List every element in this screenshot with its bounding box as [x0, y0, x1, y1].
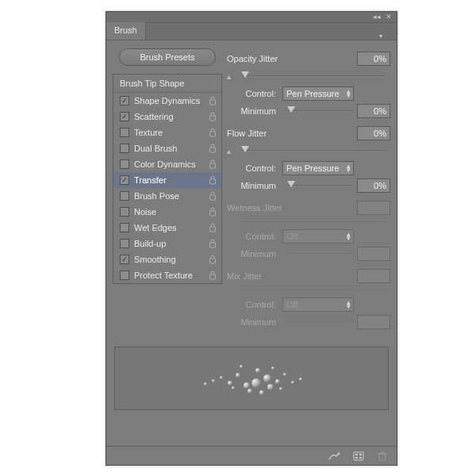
option-label: Shape Dynamics [134, 96, 209, 106]
toggle-brush-panel-icon[interactable] [328, 451, 341, 462]
option-checkbox[interactable] [120, 271, 129, 280]
lock-icon[interactable] [209, 223, 217, 232]
option-checkbox[interactable] [120, 112, 129, 121]
option-row-color-dynamics[interactable]: Color Dynamics [113, 156, 221, 172]
mix-jitter-value [357, 269, 390, 283]
collapse-icon[interactable]: ◂◂ [373, 13, 381, 21]
option-checkbox[interactable] [120, 223, 129, 232]
mix-jitter-slider [240, 285, 386, 296]
brush-presets-button[interactable]: Brush Presets [119, 48, 216, 66]
option-label: Brush Pose [134, 191, 209, 201]
brush-panel: ◂◂ ✕ Brush Brush Presets Brush Tip Shape… [106, 11, 397, 466]
opacity-jitter-value[interactable]: 0% [357, 52, 390, 66]
option-checkbox[interactable] [120, 128, 129, 137]
option-row-build-up[interactable]: Build-up [113, 236, 221, 251]
lock-icon[interactable] [209, 271, 217, 280]
svg-rect-17 [359, 457, 362, 459]
chevron-updown-icon: ▴▾ [347, 301, 350, 309]
lock-icon[interactable] [209, 144, 217, 153]
mix-minimum-slider [287, 317, 352, 328]
lock-icon[interactable] [209, 255, 217, 264]
option-checkbox[interactable] [120, 159, 129, 169]
flow-control-dropdown[interactable]: Pen Pressure ▴▾ [282, 161, 354, 175]
mix-control-label: Control: [235, 300, 276, 309]
option-row-brush-pose[interactable]: Brush Pose [113, 188, 221, 204]
svg-rect-16 [355, 457, 358, 459]
option-label: Protect Texture [134, 271, 209, 280]
disclosure-triangle-icon[interactable]: ▴ [227, 147, 235, 155]
option-row-smoothing[interactable]: Smoothing [113, 251, 221, 267]
delete-brush-icon[interactable] [376, 451, 389, 462]
option-label: Noise [134, 207, 209, 217]
option-checkbox[interactable] [120, 175, 129, 185]
lock-icon[interactable] [209, 175, 217, 185]
option-checkbox[interactable] [120, 96, 129, 106]
new-brush-icon[interactable] [352, 451, 365, 462]
svg-rect-10 [210, 259, 216, 263]
mix-minimum-value [357, 315, 390, 329]
panel-body: Brush Presets Brush Tip Shape Shape Dyna… [106, 40, 397, 342]
flow-minimum-slider[interactable] [287, 180, 352, 191]
option-checkbox[interactable] [120, 144, 129, 153]
option-row-protect-texture[interactable]: Protect Texture [113, 267, 221, 283]
flow-minimum-label: Minimum [235, 181, 276, 190]
lock-icon[interactable] [209, 239, 217, 248]
flow-jitter-slider[interactable] [241, 145, 386, 156]
svg-rect-3 [210, 148, 216, 152]
chevron-updown-icon: ▴▾ [347, 164, 350, 172]
mix-jitter-label: Mix Jitter [227, 271, 357, 281]
opacity-jitter-label: Opacity Jitter [227, 54, 357, 63]
option-checkbox[interactable] [120, 207, 129, 217]
panel-topbar: ◂◂ ✕ [106, 12, 397, 23]
lock-icon[interactable] [209, 207, 217, 217]
svg-rect-8 [210, 227, 216, 232]
svg-rect-11 [210, 274, 216, 279]
brush-options-list: Brush Tip Shape Shape DynamicsScattering… [113, 74, 222, 284]
option-row-noise[interactable]: Noise [113, 204, 221, 220]
opacity-jitter-slider[interactable] [241, 71, 386, 82]
opacity-minimum-value[interactable]: 0% [357, 104, 390, 118]
lock-icon[interactable] [209, 128, 217, 137]
wetness-jitter-label: Wetness Jitter [227, 203, 357, 213]
lock-icon[interactable] [209, 159, 217, 169]
svg-rect-7 [210, 211, 216, 216]
wetness-control-label: Control: [235, 232, 276, 241]
panel-footer [106, 446, 397, 465]
opacity-minimum-slider[interactable] [287, 106, 352, 117]
mix-minimum-label: Minimum [235, 317, 276, 327]
flow-minimum-value[interactable]: 0% [357, 178, 390, 193]
svg-rect-4 [210, 163, 216, 168]
flow-jitter-value[interactable]: 0% [357, 126, 390, 140]
option-checkbox[interactable] [120, 191, 129, 201]
wetness-jitter-slider [240, 217, 386, 228]
option-label: Build-up [134, 239, 209, 248]
lock-icon[interactable] [209, 112, 217, 121]
opacity-control-dropdown[interactable]: Pen Pressure ▴▾ [282, 86, 354, 101]
flow-jitter-label: Flow Jitter [227, 129, 357, 138]
option-row-transfer[interactable]: Transfer [113, 172, 221, 188]
option-row-texture[interactable]: Texture [113, 125, 221, 140]
option-checkbox[interactable] [120, 239, 129, 248]
option-label: Color Dynamics [134, 159, 209, 169]
lock-icon[interactable] [209, 96, 217, 106]
option-row-scattering[interactable]: Scattering [113, 109, 221, 125]
tab-bar: Brush [106, 23, 397, 40]
right-column: Opacity Jitter 0% ▴ Control: Pen Pressur… [227, 48, 390, 336]
wetness-minimum-label: Minimum [235, 249, 276, 259]
option-label: Texture [134, 128, 209, 137]
option-label: Transfer [134, 175, 209, 185]
disclosure-triangle-icon[interactable]: ▴ [227, 72, 235, 81]
brush-tip-shape-header[interactable]: Brush Tip Shape [113, 75, 221, 93]
mix-control-dropdown: Off ▴▾ [282, 298, 354, 312]
tab-brush[interactable]: Brush [106, 22, 146, 40]
option-row-dual-brush[interactable]: Dual Brush [113, 140, 221, 156]
close-icon[interactable]: ✕ [386, 13, 392, 21]
lock-icon[interactable] [209, 191, 217, 201]
option-checkbox[interactable] [120, 255, 129, 264]
panel-menu-icon[interactable] [378, 30, 392, 40]
left-column: Brush Presets Brush Tip Shape Shape Dyna… [113, 48, 222, 336]
option-row-shape-dynamics[interactable]: Shape Dynamics [113, 93, 221, 109]
wetness-minimum-slider [287, 248, 352, 259]
option-row-wet-edges[interactable]: Wet Edges [113, 220, 221, 236]
wetness-jitter-value [357, 201, 390, 215]
